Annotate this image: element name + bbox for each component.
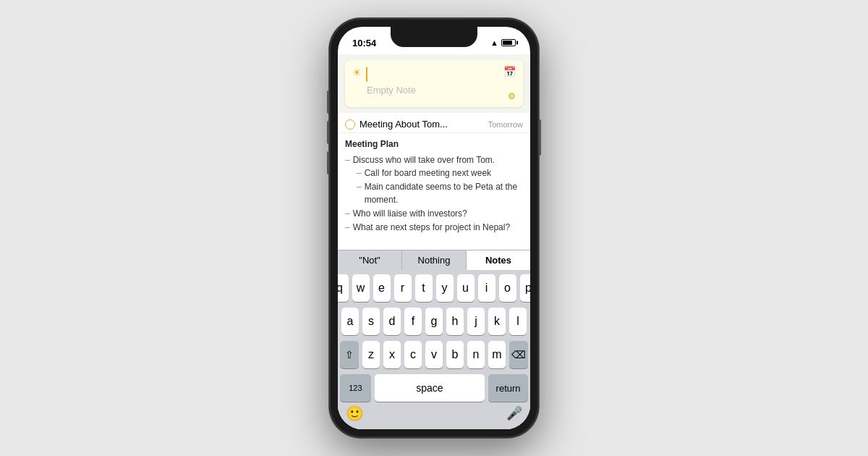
call-for-board: Call for board meeting next week: [365, 166, 491, 180]
return-key[interactable]: return: [488, 374, 528, 402]
status-bar: 10:54 ▲: [338, 27, 530, 54]
wifi-icon: ▲: [490, 38, 498, 47]
status-icons: ▲: [490, 38, 516, 47]
phone-wrapper: 10:54 ▲ ☀ 📅 Empty Note: [329, 18, 539, 438]
key-j[interactable]: j: [467, 308, 485, 335]
autocomplete-bar: "Not" Nothing Notes: [338, 250, 530, 270]
status-time: 10:54: [352, 38, 376, 48]
key-u[interactable]: u: [457, 274, 475, 302]
key-o[interactable]: o: [499, 274, 516, 302]
keyboard-row-2: a s d f g h j k l: [340, 308, 528, 335]
emoji-icon[interactable]: 🙂: [346, 405, 364, 422]
key-k[interactable]: k: [488, 308, 506, 335]
meeting-title: Meeting About Tom...: [359, 119, 484, 130]
key-g[interactable]: g: [425, 308, 443, 335]
key-m[interactable]: m: [488, 341, 506, 368]
note-card-header: ☀: [352, 66, 516, 82]
meeting-note: Meeting About Tom... Tomorrow Meeting Pl…: [338, 113, 530, 250]
list-item: – Call for board meeting next week: [357, 166, 523, 180]
autocomplete-not[interactable]: "Not": [338, 250, 402, 270]
key-t[interactable]: t: [415, 274, 433, 302]
phone-screen: 10:54 ▲ ☀ 📅 Empty Note: [338, 27, 530, 429]
key-r[interactable]: r: [394, 274, 412, 302]
key-z[interactable]: z: [362, 341, 380, 368]
key-p[interactable]: p: [520, 274, 531, 302]
gear-icon[interactable]: ⚙: [508, 91, 516, 101]
key-e[interactable]: e: [373, 274, 391, 302]
list-item: – What are next steps for project in Nep…: [345, 221, 523, 235]
phone-frame: 10:54 ▲ ☀ 📅 Empty Note: [329, 18, 539, 438]
microphone-icon[interactable]: 🎤: [506, 405, 522, 421]
note-placeholder: Empty Note: [352, 85, 516, 96]
key-b[interactable]: b: [446, 341, 464, 368]
list-item: – Discuss who will take over from Tom.: [345, 153, 523, 167]
list-item: – Who will liaise with investors?: [345, 207, 523, 221]
text-cursor: [366, 67, 516, 82]
shift-key[interactable]: ⇧: [340, 341, 359, 368]
meeting-date: Tomorrow: [488, 120, 523, 129]
key-q[interactable]: q: [338, 274, 349, 302]
key-s[interactable]: s: [362, 308, 380, 335]
keyboard: q w e r t y u i o p a s: [338, 270, 530, 429]
key-f[interactable]: f: [404, 308, 422, 335]
keyboard-bottom-row: 123 space return: [340, 374, 528, 402]
key-c[interactable]: c: [404, 341, 422, 368]
key-y[interactable]: y: [436, 274, 454, 302]
autocomplete-nothing[interactable]: Nothing: [402, 250, 467, 270]
key-v[interactable]: v: [425, 341, 443, 368]
key-w[interactable]: w: [352, 274, 370, 302]
space-key[interactable]: space: [375, 374, 485, 402]
empty-note-card[interactable]: ☀ 📅 Empty Note ⚙: [345, 60, 523, 107]
list-item: – Main candidate seems to be Peta at the…: [357, 180, 523, 207]
app-content: ☀ 📅 Empty Note ⚙ Meeting About Tom... To…: [338, 54, 530, 429]
meeting-header: Meeting About Tom... Tomorrow: [338, 113, 530, 133]
sun-icon: ☀: [352, 67, 362, 78]
key-d[interactable]: d: [383, 308, 401, 335]
key-h[interactable]: h: [446, 308, 464, 335]
numbers-key[interactable]: 123: [340, 374, 371, 402]
battery-icon: [501, 39, 516, 46]
keyboard-row-1: q w e r t y u i o p: [340, 274, 528, 302]
keyboard-row-3: ⇧ z x c v b n m ⌫: [340, 341, 528, 368]
notch: [391, 27, 477, 47]
key-i[interactable]: i: [478, 274, 495, 302]
key-a[interactable]: a: [341, 308, 359, 335]
key-n[interactable]: n: [467, 341, 485, 368]
meeting-body: Meeting Plan – Discuss who will take ove…: [338, 133, 530, 238]
meeting-plan-title: Meeting Plan: [345, 138, 523, 151]
calendar-icon[interactable]: 📅: [503, 66, 516, 77]
key-x[interactable]: x: [383, 341, 401, 368]
backspace-key[interactable]: ⌫: [509, 341, 528, 368]
autocomplete-notes[interactable]: Notes: [467, 250, 530, 270]
keyboard-extras: 🙂 🎤: [340, 402, 528, 426]
key-l[interactable]: l: [509, 308, 527, 335]
meeting-circle-icon: [345, 119, 355, 130]
